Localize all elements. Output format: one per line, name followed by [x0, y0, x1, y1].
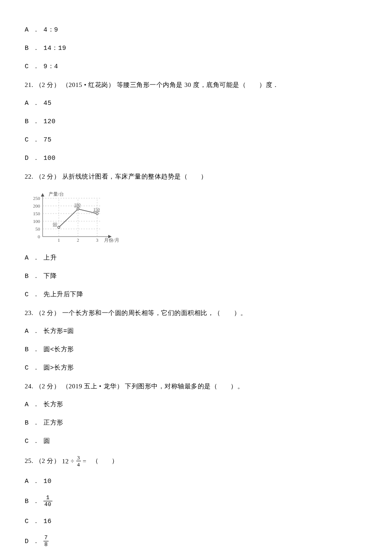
q25-stem: 25. （2 分） 12 ÷ 3 4 = （ ）	[25, 455, 358, 468]
chart-xtick-1: 1	[58, 237, 60, 243]
q25-option-c: C ． 16	[25, 517, 358, 526]
q23-option-b: B ． 圆<长方形	[25, 345, 358, 354]
q20-option-c: C ． 9：4	[25, 62, 358, 71]
fraction-denominator: 4	[76, 461, 81, 467]
chart-ytick-200: 200	[33, 203, 40, 208]
q24-stem: 24. （2 分） （2019 五上 • 龙华） 下列图形中，对称轴最多的是（ …	[25, 382, 358, 391]
chart-ytick-150: 150	[33, 211, 40, 216]
q25-expr-eq: =	[83, 458, 86, 465]
q22-stem: 22. （2 分） 从折线统计图看，车床产量的整体趋势是（ ）	[25, 172, 358, 181]
q21-option-a: A ． 45	[25, 99, 358, 108]
q24-option-c: C ． 圆	[25, 437, 358, 446]
q24-option-a: A ． 长方形	[25, 400, 358, 409]
q20-option-b: B ． 14：19	[25, 44, 358, 53]
q25-stem-prefix: 25. （2 分）	[25, 457, 60, 464]
fraction-denominator: 8	[43, 541, 49, 547]
svg-marker-1	[41, 193, 44, 197]
q24-option-b: B ． 正方形	[25, 419, 358, 428]
q22-option-b: B ． 下降	[25, 272, 358, 281]
chart-point-label-2: 180	[74, 202, 81, 207]
chart-ytick-100: 100	[33, 219, 40, 224]
chart-point-label-1: 60	[53, 222, 57, 226]
q25-option-b: B ． 1 40	[25, 495, 358, 508]
svg-point-13	[77, 208, 79, 210]
q23-option-c: C ． 圆>长方形	[25, 364, 358, 373]
chart-xtick-3: 3	[96, 237, 98, 243]
q25-option-a: A ． 10	[25, 477, 358, 486]
q22-chart: 0 50 100 150 200 250 1 2 3 产量/台 月份/月 60 …	[25, 191, 118, 244]
fraction-denominator: 40	[43, 501, 52, 507]
q21-stem: 21. （2 分） （2015 • 红花岗） 等腰三角形一个内角是 30 度，底…	[25, 81, 358, 90]
q22-option-a: A ． 上升	[25, 254, 358, 263]
chart-point-label-3: 150	[93, 207, 100, 212]
q25-option-d-fraction: 7 8	[43, 535, 49, 547]
q23-option-a: A ． 长方形=圆	[25, 327, 358, 336]
q23-stem: 23. （2 分） 一个长方形和一个圆的周长相等，它们的面积相比，（ ）。	[25, 309, 358, 318]
q25-option-b-prefix: B ．	[25, 498, 40, 505]
chart-xlabel: 月份/月	[104, 237, 118, 243]
q20-option-a: A ． 4：9	[25, 26, 358, 35]
q22-option-c: C ． 先上升后下降	[25, 290, 358, 299]
q25-option-b-fraction: 1 40	[43, 495, 52, 507]
chart-xtick-2: 2	[77, 237, 79, 243]
chart-ytick-250: 250	[33, 196, 40, 201]
chart-ytick-50: 50	[35, 226, 40, 231]
fraction-numerator: 3	[76, 455, 81, 461]
q25-option-d: D ． 7 8	[25, 535, 358, 548]
svg-point-14	[96, 213, 98, 215]
svg-point-12	[58, 226, 60, 228]
q25-expr-fraction: 3 4	[76, 455, 81, 467]
chart-ytick-0: 0	[38, 234, 40, 239]
q21-option-c: C ． 75	[25, 136, 358, 145]
q21-option-b: B ． 120	[25, 117, 358, 126]
q25-stem-suffix: （ ）	[92, 457, 118, 464]
q25-option-d-prefix: D ．	[25, 538, 40, 545]
q21-option-d: D ． 100	[25, 154, 358, 163]
fraction-numerator: 1	[43, 495, 52, 501]
chart-ylabel: 产量/台	[49, 191, 64, 197]
q25-expr-lhs: 12 ÷	[62, 458, 75, 465]
fraction-numerator: 7	[43, 535, 49, 541]
